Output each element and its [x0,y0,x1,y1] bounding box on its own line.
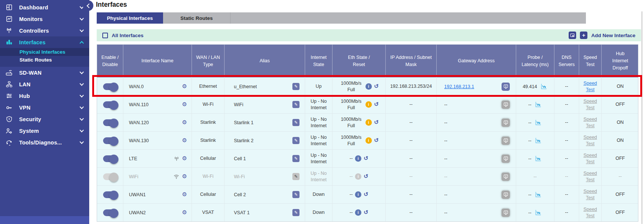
info-icon[interactable]: i [355,191,361,198]
gear-icon[interactable]: ⚙ [182,210,187,215]
enable-toggle[interactable] [103,101,117,108]
edit-icon[interactable]: ✎ [292,155,300,162]
gear-icon[interactable]: ⚙ [182,138,187,143]
gear-icon[interactable]: ⚙ [182,120,187,125]
tab-physical-interfaces[interactable]: Physical Interfaces [97,12,163,24]
gateway-ping-icon[interactable] [502,101,510,109]
column-speed-test: Speed Test [579,45,601,77]
info-icon[interactable]: i [365,137,372,144]
edit-icon[interactable]: ✎ [292,101,300,108]
ip-address: -- [409,119,412,125]
gateway-ping-icon[interactable] [502,83,510,91]
edit-icon[interactable]: ✎ [292,83,300,90]
reset-icon[interactable]: ↺ [364,174,368,179]
enable-toggle[interactable] [103,155,117,162]
latency-chart-icon[interactable] [535,191,542,198]
latency-chart-icon[interactable] [535,155,542,162]
reset-icon[interactable]: ↺ [374,138,379,143]
reset-icon[interactable]: ↺ [364,156,368,161]
latency-chart-icon[interactable] [540,83,548,90]
add-interface-button[interactable]: + [580,32,587,39]
wan-lan-type: Cellular [200,155,216,161]
sidebar-item-dashboard[interactable]: Dashboard [0,2,89,13]
ping-bubble-icon [503,120,509,125]
internet-state: Up - No Internet [307,170,330,183]
latency-chart-icon[interactable] [535,209,542,216]
sidebar: Dashboard Monitors Controllers [0,0,89,224]
wifi-icon [173,173,180,180]
wan-lan-type: Ethernet [199,83,217,89]
gateway-ping-icon[interactable] [502,173,510,181]
info-icon[interactable]: i [365,119,372,126]
enable-toggle[interactable] [103,137,117,144]
scrollbar[interactable] [641,11,643,224]
gateway-ping-icon[interactable] [502,119,510,127]
edit-icon[interactable]: ✎ [292,209,300,216]
enable-toggle[interactable] [103,119,117,126]
enable-toggle[interactable] [103,173,117,180]
sidebar-item-vpn[interactable]: VPN [0,102,89,113]
hub-internet-dropoff: OFF [616,101,625,107]
enable-toggle[interactable] [103,209,117,216]
gear-icon[interactable]: ⚙ [182,174,187,179]
add-new-interface-label[interactable]: Add New Interface [591,33,635,38]
sidebar-item-hub[interactable]: Hub [0,90,89,102]
reset-icon[interactable]: ↺ [374,84,379,89]
reset-icon[interactable]: ↺ [374,120,379,125]
reset-icon[interactable]: ↺ [364,210,368,215]
sidebar-item-system[interactable]: System [0,125,89,137]
sidebar-item-security[interactable]: Security [0,113,89,125]
speed-test-link[interactable]: Speed Test [581,80,599,93]
info-icon[interactable]: i [365,101,372,108]
sidebar-item-monitors[interactable]: Monitors [0,13,89,25]
enable-toggle[interactable] [103,83,117,90]
edit-icon[interactable]: ✎ [292,173,300,180]
dns-servers: -- [565,191,568,197]
gateway-ping-icon[interactable] [502,191,510,199]
gear-icon[interactable]: ⚙ [182,102,187,107]
edit-icon[interactable]: ✎ [292,119,300,126]
all-interfaces-checkbox[interactable] [102,33,108,38]
gateway-link[interactable]: 192.168.213.1 [444,84,474,89]
sidebar-item-static-routes[interactable]: Static Routes [0,56,89,64]
info-icon[interactable]: i [355,209,361,216]
sidebar-item-lan[interactable]: LAN [0,78,89,90]
info-icon[interactable]: i [365,83,372,90]
probe-latency-value: -- [528,192,531,197]
eth-state: 1000Mb/s Full [339,98,363,111]
info-icon[interactable]: i [355,173,361,180]
gateway-link: -- [444,210,447,215]
interface-name: WAN.120 [129,120,149,125]
wan-lan-type: Wi-Fi [202,101,213,107]
back-button[interactable] [83,0,93,11]
name-icons: ⚙ [174,156,187,162]
hub-icon [4,92,13,99]
latency-chart-icon[interactable] [535,119,542,126]
sidebar-item-sd-wan[interactable]: SD-WAN [0,67,89,78]
speed-test-link: Speed Test [581,206,599,219]
sidebar-item-physical-interfaces[interactable]: Physical Interfaces [0,48,89,56]
reset-icon[interactable]: ↺ [374,102,379,107]
sidebar-item-controllers[interactable]: Controllers [0,25,89,36]
latency-chart-icon[interactable] [535,101,542,108]
enable-toggle[interactable] [103,191,117,198]
gear-icon[interactable]: ⚙ [182,156,187,161]
edit-icon[interactable]: ✎ [292,191,300,198]
gateway-link: -- [444,138,447,143]
edit-icon[interactable]: ✎ [292,137,300,144]
info-icon[interactable]: i [355,155,361,162]
gear-icon[interactable]: ⚙ [182,192,187,197]
toggle-knob [109,191,118,200]
gateway-ping-icon[interactable] [502,155,510,163]
reset-icon[interactable]: ↺ [364,192,368,197]
tab-static-routes[interactable]: Static Routes [163,12,231,24]
table-row: UWAN1 ⚙ Cellular Cell 2 ✎ Down -- i ↺ --… [97,185,638,203]
popout-window-button[interactable] [569,32,576,39]
sidebar-item-tools-diagnostics[interactable]: Tools/Diagnos... [0,137,89,148]
gear-icon[interactable]: ⚙ [182,84,187,89]
latency-chart-icon[interactable] [535,137,542,144]
gateway-ping-icon[interactable] [502,137,510,145]
alias: Cell 2 [234,192,246,197]
gateway-ping-icon[interactable] [502,209,510,217]
sidebar-item-interfaces[interactable]: Interfaces [0,36,89,48]
